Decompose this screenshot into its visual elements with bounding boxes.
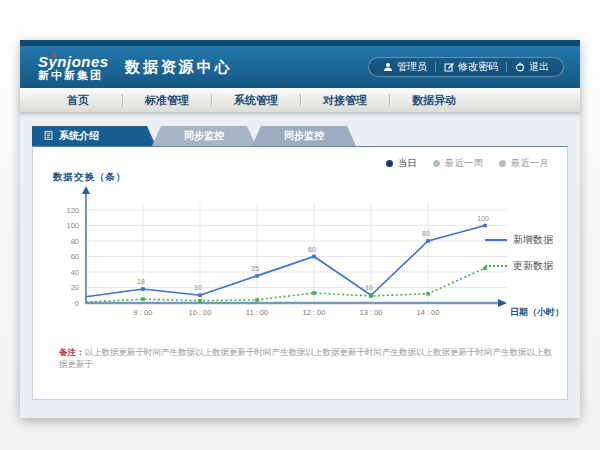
svg-text:100: 100 [66, 221, 79, 230]
svg-text:10: 10 [365, 284, 373, 291]
svg-text:80: 80 [71, 237, 79, 246]
change-password-button[interactable]: 修改密码 [436, 60, 506, 74]
legend-item-updated-data: 更新数据 [485, 259, 553, 273]
logout-label: 退出 [529, 60, 549, 74]
svg-text:0: 0 [75, 299, 79, 308]
document-icon [44, 131, 54, 141]
svg-text:40: 40 [71, 268, 79, 277]
change-password-label: 修改密码 [458, 60, 498, 74]
svg-text:10: 10 [194, 284, 202, 291]
nav-item-standard-mgmt[interactable]: 标准管理 [123, 93, 211, 108]
svg-text:18: 18 [137, 278, 145, 285]
legend-item-new-data: 新增数据 [485, 233, 553, 247]
tab-system-intro[interactable]: 系统介绍 [32, 126, 156, 146]
footnote-text: 以上数据更新于时间产生数据以上数据更新于时间产生数据以上数据更新于时间产生数据以… [59, 347, 552, 369]
logo-text-cn: 新中新集团 [38, 69, 109, 81]
nav-item-home[interactable]: 首页 [34, 93, 122, 108]
user-menu[interactable]: 管理员 [375, 60, 435, 74]
main-nav: 首页 标准管理 系统管理 对接管理 数据异动 [20, 88, 580, 113]
logo-red-dot [52, 53, 56, 57]
chart-panel: 当日 最近一周 最近一月 数据交换（条） 日期（小时） 020406080100… [32, 146, 568, 400]
svg-text:13 : 00: 13 : 00 [360, 308, 383, 317]
user-icon [383, 62, 393, 72]
svg-text:20: 20 [71, 283, 79, 292]
tab-bar: 系统介绍 同步监控 同步监控 [32, 126, 580, 146]
logout-button[interactable]: 退出 [507, 60, 557, 74]
footnote: 备注：以上数据更新于时间产生数据以上数据更新于时间产生数据以上数据更新于时间产生… [59, 347, 553, 371]
legend-label: 新增数据 [513, 233, 553, 247]
nav-item-system-mgmt[interactable]: 系统管理 [212, 93, 300, 108]
x-axis-title: 日期（小时） [510, 307, 564, 317]
power-icon [515, 62, 525, 72]
svg-text:120: 120 [66, 206, 79, 215]
brand-logo: Synjones 新中新集团 [38, 54, 109, 81]
user-toolbar: 管理员 修改密码 退出 [368, 57, 564, 77]
nav-item-interface-mgmt[interactable]: 对接管理 [301, 93, 389, 108]
nav-item-data-change[interactable]: 数据异动 [390, 93, 478, 108]
footnote-prefix: 备注： [59, 347, 85, 357]
tab-label: 同步监控 [284, 129, 324, 143]
svg-text:14 : 00: 14 : 00 [417, 308, 440, 317]
app-header: Synjones 新中新集团 数据资源中心 管理员 修改密码 [20, 46, 580, 88]
logo-text-en: Synjones [38, 54, 109, 69]
svg-text:10 : 00: 10 : 00 [189, 308, 212, 317]
svg-text:80: 80 [422, 230, 430, 237]
app-window: Synjones 新中新集团 数据资源中心 管理员 修改密码 [20, 40, 580, 418]
tab-label: 同步监控 [184, 129, 224, 143]
svg-text:11 : 00: 11 : 00 [246, 308, 268, 317]
legend-line-solid [485, 239, 507, 241]
tab-sync-monitor-1[interactable]: 同步监控 [152, 126, 256, 146]
legend-label: 更新数据 [513, 259, 553, 273]
svg-text:9 : 00: 9 : 00 [134, 308, 153, 317]
user-name-label: 管理员 [397, 60, 427, 74]
edit-icon [444, 62, 454, 72]
page-title: 数据资源中心 [125, 58, 233, 77]
tab-sync-monitor-2[interactable]: 同步监控 [252, 126, 356, 146]
svg-text:35: 35 [251, 265, 259, 272]
svg-text:60: 60 [308, 246, 316, 253]
content-area: 系统介绍 同步监控 同步监控 当日 最近一周 [20, 112, 580, 418]
tab-label: 系统介绍 [59, 129, 99, 143]
svg-text:12 : 00: 12 : 00 [303, 308, 326, 317]
legend-line-dotted [485, 265, 507, 267]
chart-legend: 新增数据 更新数据 [485, 233, 553, 285]
svg-text:60: 60 [71, 252, 79, 261]
svg-text:100: 100 [477, 215, 489, 222]
